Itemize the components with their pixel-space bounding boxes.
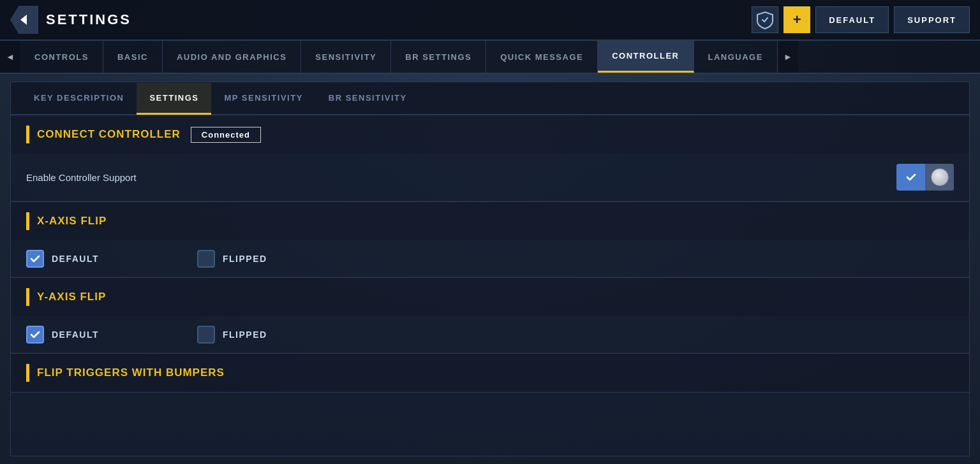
enable-controller-toggle[interactable] — [896, 164, 954, 191]
tab-controls[interactable]: CONTROLS — [20, 41, 103, 73]
connected-badge: Connected — [191, 127, 261, 143]
y-default-option[interactable]: DEFAULT — [26, 326, 167, 344]
y-flipped-label: FLIPPED — [223, 330, 267, 340]
section-connect-controller-title: Connect Controller — [37, 128, 181, 141]
x-default-label: DEFAULT — [52, 254, 99, 264]
x-flipped-option[interactable]: FLIPPED — [197, 250, 338, 268]
y-axis-options-row: DEFAULT FLIPPED — [11, 316, 969, 353]
tab-basic[interactable]: BASIC — [103, 41, 163, 73]
section-x-axis-title: X-axis FLIP — [37, 215, 107, 228]
toggle-checked-side[interactable] — [896, 164, 925, 191]
svg-marker-0 — [20, 15, 27, 25]
section-accent-ft — [26, 364, 29, 382]
nav-tabs: ◄ CONTROLS BASIC AUDIO AND GRAPHICS SENS… — [0, 41, 980, 74]
section-flip-triggers: FLIP TRIGGERS WITH BUMPERS — [11, 354, 969, 393]
main-content: KEY DESCRIPTION SETTINGS MP SENSITIVITY … — [10, 82, 970, 456]
section-accent-x — [26, 212, 29, 230]
section-y-axis-header: Y-axis FLIP — [11, 278, 969, 316]
subtab-br-sensitivity[interactable]: BR SENSITIVITY — [316, 83, 420, 115]
default-button[interactable]: DEFAULT — [815, 6, 889, 33]
y-flipped-option[interactable]: FLIPPED — [197, 326, 338, 344]
section-y-axis-title: Y-axis FLIP — [37, 291, 106, 303]
section-accent-y — [26, 288, 29, 306]
tab-sensitivity[interactable]: SENSITIVITY — [301, 41, 391, 73]
subtab-settings[interactable]: SETTINGS — [137, 83, 211, 115]
tab-audio-graphics[interactable]: AUDIO AND GRAPHICS — [163, 41, 301, 73]
header-actions: + DEFAULT SUPPORT — [752, 6, 970, 33]
enable-controller-label: Enable Controller Support — [26, 172, 896, 183]
section-connect-controller-header: Connect Controller Connected — [11, 115, 969, 154]
back-button[interactable] — [10, 6, 38, 34]
enable-controller-row: Enable Controller Support — [11, 154, 969, 201]
x-default-checkbox[interactable] — [26, 250, 44, 268]
section-connect-controller: Connect Controller Connected Enable Cont… — [11, 115, 969, 202]
tab-language[interactable]: LANGUAGE — [694, 41, 778, 73]
add-button[interactable]: + — [783, 6, 810, 33]
settings-body: Connect Controller Connected Enable Cont… — [11, 115, 969, 393]
y-default-checkbox[interactable] — [26, 326, 44, 344]
section-flip-triggers-header: FLIP TRIGGERS WITH BUMPERS — [11, 354, 969, 392]
tab-controller[interactable]: CONTROLLER — [598, 41, 694, 73]
x-flipped-label: FLIPPED — [223, 254, 267, 264]
toggle-unchecked-side[interactable] — [925, 164, 954, 191]
nav-left-arrow[interactable]: ◄ — [0, 41, 20, 73]
section-flip-triggers-title: FLIP TRIGGERS WITH BUMPERS — [37, 366, 225, 379]
toggle-circle — [931, 168, 949, 186]
nav-right-arrow[interactable]: ► — [778, 41, 798, 73]
header: SETTINGS + DEFAULT SUPPORT — [0, 0, 980, 41]
section-accent — [26, 126, 29, 143]
tab-quick-message[interactable]: QUICK MESSAGE — [486, 41, 598, 73]
shield-icon-button[interactable] — [752, 6, 778, 33]
section-x-axis-header: X-axis FLIP — [11, 202, 969, 240]
x-flipped-checkbox[interactable] — [197, 250, 215, 268]
page-title: SETTINGS — [46, 11, 131, 28]
subtab-key-description[interactable]: KEY DESCRIPTION — [21, 83, 137, 115]
section-x-axis-flip: X-axis FLIP DEFAULT FLIPPED — [11, 202, 969, 278]
tab-br-settings[interactable]: BR SETTINGS — [391, 41, 486, 73]
section-y-axis-flip: Y-axis FLIP DEFAULT FLIPPED — [11, 278, 969, 354]
subtab-mp-sensitivity[interactable]: MP SENSITIVITY — [211, 83, 315, 115]
x-default-option[interactable]: DEFAULT — [26, 250, 167, 268]
y-default-label: DEFAULT — [52, 330, 99, 340]
y-flipped-checkbox[interactable] — [197, 326, 215, 344]
support-button[interactable]: SUPPORT — [894, 6, 970, 33]
x-axis-options-row: DEFAULT FLIPPED — [11, 240, 969, 277]
sub-tabs: KEY DESCRIPTION SETTINGS MP SENSITIVITY … — [11, 82, 969, 115]
